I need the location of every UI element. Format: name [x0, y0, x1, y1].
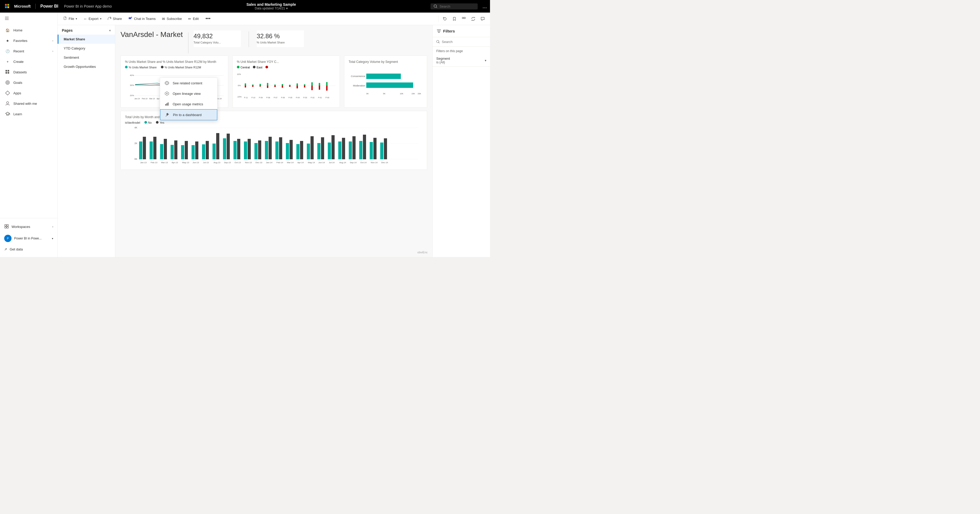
sidebar-item-label: Create [13, 60, 53, 64]
pages-collapse-button[interactable]: « [109, 29, 111, 32]
filter-item-segment[interactable]: Segment is (All) ▾ [433, 54, 490, 67]
file-button[interactable]: File ▾ [61, 15, 80, 22]
page-item-market-share[interactable]: Market Share [58, 35, 115, 44]
svg-point-16 [6, 102, 9, 104]
chevron-icon: › [52, 39, 53, 42]
sidebar-item-datasets[interactable]: Datasets [0, 67, 57, 77]
svg-rect-153 [384, 138, 387, 159]
svg-rect-132 [275, 142, 278, 159]
svg-text:20K: 20K [418, 92, 421, 95]
toolbar-icon-btn-3[interactable] [460, 15, 468, 23]
search-input[interactable] [439, 5, 471, 8]
chat-label: Chat in Teams [134, 17, 156, 21]
share-button[interactable]: Share [105, 15, 125, 22]
svg-text:P-06: P-06 [281, 97, 285, 99]
svg-rect-107 [143, 137, 146, 159]
page-item-ytd-category[interactable]: YTD Category [58, 44, 115, 53]
svg-rect-109 [153, 137, 156, 159]
topbar-search[interactable] [431, 3, 478, 10]
svg-rect-135 [290, 140, 293, 159]
pages-panel: Pages « Market Share YTD Category Sentim… [58, 25, 115, 257]
svg-rect-114 [181, 145, 184, 159]
search-icon [436, 40, 440, 43]
svg-rect-123 [227, 134, 230, 159]
export-button[interactable]: ↔ Export ▾ [81, 15, 104, 22]
filters-search-input[interactable] [442, 40, 486, 44]
topbar-more-button[interactable]: ... [482, 3, 487, 10]
chat-in-teams-button[interactable]: Chat in Teams [126, 15, 158, 23]
edit-icon: ✏ [188, 17, 191, 21]
metric-market-share: 32.86 % % Units Market Share [257, 30, 304, 47]
svg-text:20%: 20% [130, 94, 134, 97]
page-item-sentiment[interactable]: Sentiment [58, 53, 115, 62]
filters-search[interactable] [433, 37, 490, 47]
get-data-label: Get data [10, 247, 23, 251]
sidebar-item-learn[interactable]: Learn [0, 109, 57, 119]
svg-text:Mar-14: Mar-14 [287, 161, 294, 164]
svg-text:Feb-14: Feb-14 [277, 161, 283, 164]
edit-button[interactable]: ✏ Edit [186, 15, 201, 22]
bookmark-button[interactable] [450, 15, 458, 23]
metric-label: % Units Market Share [257, 41, 304, 44]
svg-text:Jan-14: Jan-14 [134, 98, 140, 100]
svg-rect-11 [5, 72, 7, 73]
main-layout: 🏠 Home ★ Favorites › 🕐 Recent › + Create… [0, 13, 490, 257]
filter-chevron-icon: ▾ [485, 59, 486, 62]
svg-rect-31 [167, 103, 167, 105]
metric-value: 49,832 [194, 32, 241, 40]
svg-rect-134 [286, 143, 289, 159]
svg-rect-75 [319, 83, 320, 86]
refresh-button[interactable] [469, 15, 477, 23]
filter-icon [437, 29, 441, 33]
usage-icon [164, 101, 170, 107]
svg-text:P-00: P-00 [325, 97, 329, 99]
svg-text:Sep-14: Sep-14 [350, 161, 356, 164]
units-chart-svg: 4K 2K 0K [125, 125, 423, 164]
svg-rect-72 [304, 86, 305, 88]
context-menu-lineage[interactable]: Open lineage view [160, 88, 217, 99]
context-menu-see-related[interactable]: See related content [160, 78, 217, 88]
svg-rect-67 [289, 85, 290, 86]
usage-label: Open usage metrics [173, 102, 203, 106]
toolbar: File ▾ ↔ Export ▾ Share [58, 13, 490, 25]
waffle-menu-button[interactable] [3, 2, 11, 11]
comment-button[interactable] [479, 15, 487, 23]
workspaces-icon [4, 224, 9, 229]
sidebar-item-apps[interactable]: Apps [0, 88, 57, 98]
pages-header: Pages « [58, 25, 115, 35]
filter-item-content: Segment is (All) [436, 57, 450, 64]
context-menu-usage[interactable]: Open usage metrics [160, 99, 217, 109]
toolbar-more-button[interactable]: ••• [203, 14, 213, 23]
content-area: File ▾ ↔ Export ▾ Share [58, 13, 490, 257]
sidebar-item-shared[interactable]: Shared with me [0, 98, 57, 109]
svg-text:Feb-14: Feb-14 [142, 98, 148, 100]
page-item-growth[interactable]: Growth Opportunities [58, 62, 115, 71]
filters-panel: Filters Filters on this page Segment is … [432, 25, 490, 257]
undo-button[interactable] [441, 15, 449, 23]
svg-rect-146 [349, 142, 352, 159]
sidebar-item-powerbi-workspace[interactable]: P Power BI in Powe... ▾ [0, 232, 57, 245]
svg-rect-17 [5, 224, 6, 226]
sidebar-item-favorites[interactable]: ★ Favorites › [0, 35, 57, 46]
context-menu-pin[interactable]: Pin to a dashboard [160, 109, 217, 120]
sidebar-item-workspaces[interactable]: Workspaces › [0, 221, 57, 232]
sidebar-item-label: Home [13, 28, 53, 32]
svg-rect-129 [258, 140, 261, 159]
sidebar-item-home[interactable]: 🏠 Home [0, 25, 57, 35]
sidebar-item-recent[interactable]: 🕐 Recent › [0, 46, 57, 56]
share-icon [108, 16, 111, 21]
subscribe-button[interactable]: ✉ Subscribe [159, 15, 185, 22]
export-label: Export [89, 17, 99, 21]
svg-text:0K: 0K [366, 92, 369, 95]
sidebar-item-get-data[interactable]: ↗ Get data [0, 245, 57, 254]
svg-rect-56 [245, 86, 246, 88]
svg-rect-112 [170, 145, 174, 159]
export-icon: ↔ [83, 17, 87, 21]
sidebar-toggle[interactable] [0, 13, 57, 25]
svg-rect-120 [213, 143, 216, 159]
filter-label: Segment [436, 57, 450, 60]
sidebar-item-goals[interactable]: Goals [0, 77, 57, 88]
sidebar-item-create[interactable]: + Create [0, 56, 57, 67]
svg-rect-3 [7, 6, 9, 8]
svg-point-178 [436, 40, 439, 43]
